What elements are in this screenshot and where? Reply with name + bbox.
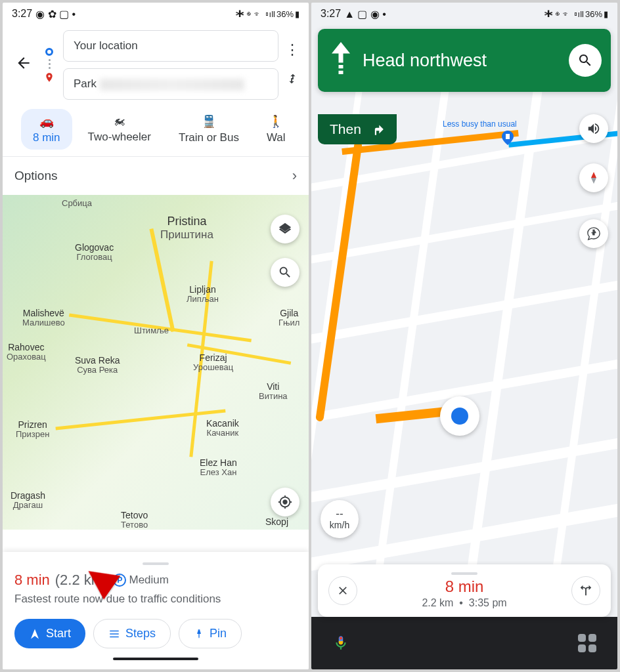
destination-redacted: [100, 79, 244, 91]
directions-header: Your location Park ⋮ 🚗 8 min 🏍 Two-wh: [3, 25, 309, 156]
nav-search-button[interactable]: [569, 44, 602, 77]
nav-instruction-text: Head northwest: [363, 51, 561, 71]
alt-routes-button[interactable]: [571, 576, 600, 605]
chevron-right-icon: ›: [292, 167, 297, 184]
busy-label: Less busy than usual: [443, 119, 517, 129]
voice-button[interactable]: [332, 635, 349, 652]
walk-icon: 🚶: [269, 114, 283, 129]
drag-handle[interactable]: [143, 562, 169, 565]
nav-eta-time: 8 min: [366, 578, 562, 596]
destination-input[interactable]: Park: [63, 68, 278, 100]
parking-indicator: P Medium: [113, 574, 168, 587]
compass-button[interactable]: [579, 163, 608, 192]
summary-distance: (2.2 km): [55, 572, 108, 589]
map-search-button[interactable]: [271, 258, 299, 287]
parking-icon: P: [113, 574, 126, 587]
status-left: 3:27 ◉ ✿ ▢ •: [12, 8, 76, 20]
train-icon: 🚆: [202, 114, 216, 129]
svg-rect-2: [339, 71, 343, 74]
close-nav-button[interactable]: [328, 576, 357, 605]
current-location-marker: [440, 396, 479, 436]
motorcycle-icon: 🏍: [114, 114, 125, 128]
status-bar-b: 3:27 ▲ ▢ ◉ • ✱ ◉ ᯤ ▯ıll 36% ▮: [311, 3, 617, 25]
mode-car[interactable]: 🚗 8 min: [21, 109, 72, 150]
assistant-bar: [311, 617, 617, 669]
status-time: 3:27: [12, 8, 32, 20]
nav-eta-sub: 2.2 km • 3:35 pm: [366, 597, 562, 609]
route-note: Fastest route now due to traffic conditi…: [14, 593, 297, 606]
destination-prefix: Park: [74, 77, 97, 90]
route-map[interactable]: Србица PristinaПриштина GlogovacГлоговац…: [3, 195, 309, 530]
svg-rect-0: [506, 134, 510, 139]
layers-button[interactable]: [271, 215, 299, 243]
mute-button[interactable]: [579, 114, 608, 143]
svg-rect-1: [339, 65, 343, 68]
options-row[interactable]: Options ›: [3, 156, 309, 195]
home-indicator[interactable]: [113, 658, 198, 660]
status-notif-icons: ◉ ✿ ▢ •: [35, 8, 76, 20]
gas-station-pin: [502, 131, 514, 145]
summary-time: 8 min: [14, 572, 50, 589]
mode-transit[interactable]: 🚆 Train or Bus: [167, 109, 251, 150]
summary-line: 8 min (2.2 km) P Medium: [14, 572, 297, 589]
svg-point-4: [340, 637, 342, 639]
svg-text:+: +: [591, 227, 597, 238]
drag-handle[interactable]: [451, 572, 477, 575]
speed-indicator: -- km/h: [321, 500, 359, 538]
screen-directions: 3:27 ◉ ✿ ▢ • ✱ ◉ ᯤ ▯ıll 36% ▮ Your locat…: [3, 3, 309, 669]
travel-mode-tabs: 🚗 8 min 🏍 Two-wheeler 🚆 Train or Bus 🚶 W…: [12, 100, 299, 156]
nav-bottom-sheet[interactable]: 8 min 2.2 km • 3:35 pm: [318, 564, 611, 617]
nav-instruction-banner[interactable]: Head northwest: [318, 29, 611, 92]
origin-input[interactable]: Your location: [63, 30, 278, 62]
waypoint-indicator: [42, 48, 56, 83]
pin-button[interactable]: Pin: [179, 619, 242, 648]
battery-icon: ▮: [295, 9, 299, 19]
status-right: ✱ ◉ ᯤ ▯ıll 36% ▮: [236, 9, 299, 19]
mode-twowheeler[interactable]: 🏍 Two-wheeler: [76, 109, 163, 150]
report-button[interactable]: +: [579, 219, 608, 248]
route-summary-sheet[interactable]: 8 min (2.2 km) P Medium Fastest route no…: [3, 552, 309, 669]
start-button[interactable]: Start: [14, 619, 85, 648]
swap-button[interactable]: [285, 72, 299, 89]
direction-arrow-icon: [327, 42, 355, 79]
status-battery: 36%: [277, 9, 294, 19]
my-location-button[interactable]: [271, 488, 299, 516]
mode-walk[interactable]: 🚶 Wal: [255, 109, 298, 150]
origin-dot-icon: [45, 48, 53, 56]
city-pristina: PristinaПриштина: [160, 215, 213, 241]
status-sys-icons: ✱ ◉ ᯤ ▯ıll: [236, 9, 275, 19]
status-bar: 3:27 ◉ ✿ ▢ • ✱ ◉ ᯤ ▯ıll 36% ▮: [3, 3, 309, 25]
then-instruction[interactable]: Then: [318, 114, 397, 144]
back-button[interactable]: [12, 54, 35, 76]
screen-navigation: Less busy than usual 3:27 ▲ ▢ ◉ • ✱ ◉ ᯤ …: [311, 3, 617, 669]
steps-button[interactable]: Steps: [93, 619, 171, 648]
car-icon: 🚗: [39, 114, 54, 129]
overflow-menu-button[interactable]: ⋮: [285, 41, 299, 58]
destination-pin-icon: [44, 72, 55, 83]
turn-right-icon: [368, 121, 385, 138]
apps-grid-button[interactable]: [578, 634, 596, 652]
